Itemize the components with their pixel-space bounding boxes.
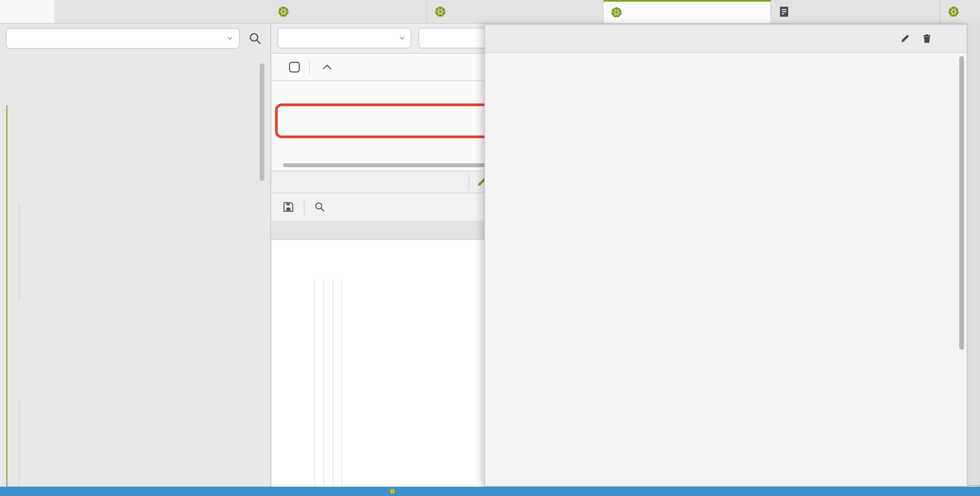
column-divider	[309, 60, 310, 75]
navigator-sidebar: ›	[0, 23, 271, 486]
kubernetes-icon	[611, 7, 622, 18]
drawer-body	[485, 53, 967, 486]
delete-button[interactable]	[921, 33, 932, 45]
tab-services-icecheng-math[interactable]	[603, 0, 771, 23]
save-button[interactable]	[282, 201, 294, 213]
panel-divider	[469, 174, 469, 191]
connection-section-heading	[494, 90, 957, 103]
drawer-actions	[899, 25, 955, 53]
kubernetes-icon	[389, 488, 396, 495]
tab-bar	[0, 0, 980, 24]
open-tabs	[270, 0, 980, 23]
document-icon	[778, 6, 790, 17]
lens-app-window: › ›	[0, 0, 980, 496]
select-all-checkbox[interactable]	[289, 62, 300, 72]
sort-ascending-icon[interactable]	[323, 64, 331, 73]
editor-search-button[interactable]	[314, 201, 326, 213]
network-group-guide	[19, 204, 19, 300]
sidebar-scrollbar[interactable]	[260, 64, 264, 181]
tab-pods-icecheng-mathmas[interactable]	[270, 0, 427, 23]
drawer-header	[485, 25, 967, 53]
tab-release-notes[interactable]	[771, 0, 940, 23]
cluster-scope-guide	[6, 105, 7, 486]
search-icon	[314, 201, 326, 213]
tab-partial[interactable]	[940, 0, 980, 23]
search-icon	[248, 31, 262, 46]
indent-guide	[342, 279, 342, 486]
pencil-icon	[900, 33, 910, 44]
close-icon[interactable]	[943, 33, 955, 45]
edit-button[interactable]	[899, 33, 911, 45]
kubernetes-icon	[278, 6, 289, 17]
sidebar-toolbar: ›	[0, 23, 270, 54]
toolbar-divider	[304, 199, 304, 215]
floppy-save-icon	[282, 201, 294, 213]
service-details-drawer	[484, 24, 967, 486]
status-bar	[0, 486, 980, 496]
indent-guide	[314, 279, 315, 486]
properties-section-heading	[494, 65, 957, 78]
custom-resources-group-guide	[19, 398, 19, 486]
sidebar-search-button[interactable]	[248, 31, 262, 46]
kubeconfig-select[interactable]: ›	[6, 28, 240, 49]
namespace-select[interactable]: ›	[278, 28, 411, 48]
trash-icon	[921, 33, 932, 44]
navigator-panel-tab[interactable]	[0, 0, 54, 23]
cluster-tree	[0, 55, 265, 486]
kubernetes-icon	[948, 6, 959, 17]
right-edge-strip	[967, 23, 980, 496]
kubernetes-icon	[434, 6, 446, 17]
chevron-down-icon: ›	[225, 37, 235, 40]
active-cluster-status	[389, 488, 399, 495]
drawer-scrollbar[interactable]	[959, 56, 964, 350]
indent-guide	[332, 279, 333, 486]
chevron-down-icon: ›	[398, 36, 407, 40]
indent-guide	[323, 279, 324, 486]
tab-alertmanager-configs-icec[interactable]	[427, 0, 603, 23]
